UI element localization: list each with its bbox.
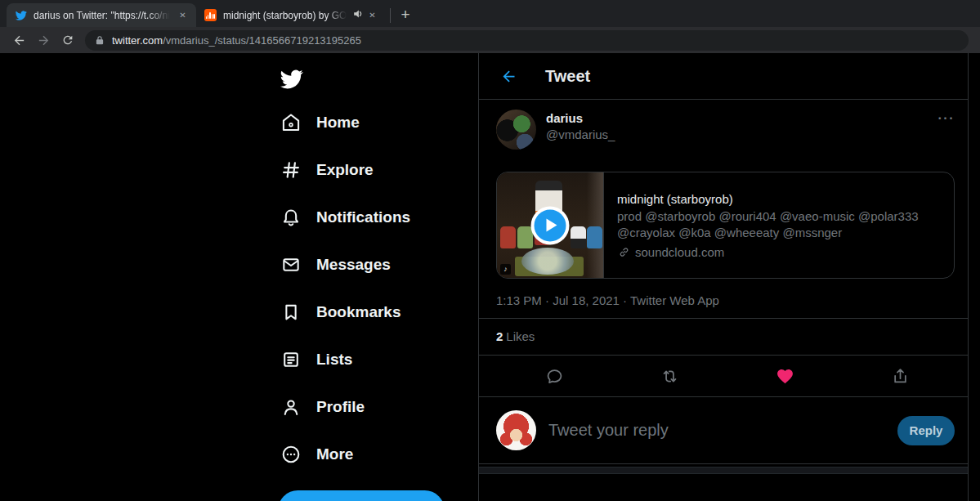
sidebar-item-lists[interactable]: Lists bbox=[278, 336, 454, 383]
card-body: midnight (starboyrob) prod @starboyrob @… bbox=[604, 172, 954, 278]
more-circle-icon bbox=[280, 444, 302, 465]
tweet-button[interactable] bbox=[278, 490, 445, 501]
tab-close-icon[interactable]: ✕ bbox=[176, 8, 190, 22]
browser-toolbar: twitter.com/vmdarius_/status/14165667192… bbox=[0, 27, 980, 53]
back-arrow-icon[interactable] bbox=[500, 68, 517, 85]
sidebar-item-label: Lists bbox=[316, 351, 352, 369]
tweet-detail-header: Tweet bbox=[479, 53, 968, 100]
reply-composer: Reply bbox=[479, 397, 968, 463]
reply-submit-button[interactable]: Reply bbox=[897, 416, 955, 445]
reload-button[interactable] bbox=[56, 29, 80, 51]
page-title: Tweet bbox=[545, 67, 590, 86]
play-icon bbox=[535, 209, 566, 241]
soundcloud-favicon-icon bbox=[204, 9, 217, 21]
more-options-icon[interactable]: ··· bbox=[938, 110, 955, 126]
back-button[interactable] bbox=[7, 29, 31, 51]
envelope-icon bbox=[280, 254, 302, 275]
browser-chrome: darius on Twitter: "https://t.co/ni ✕ mi… bbox=[0, 0, 980, 53]
soundcloud-card[interactable]: ♪ midnight (starboyrob) prod @starboyrob… bbox=[496, 172, 955, 279]
sidebar-item-label: More bbox=[316, 445, 353, 463]
sidebar-item-label: Notifications bbox=[316, 208, 410, 226]
url-domain: twitter.com bbox=[112, 34, 163, 47]
card-title: midnight (starboyrob) bbox=[617, 192, 941, 206]
tab-close-icon[interactable]: ✕ bbox=[365, 8, 379, 22]
likes-row[interactable]: 2Likes bbox=[479, 319, 968, 355]
tweet-author-row: darius @vmdarius_ ··· bbox=[479, 100, 968, 150]
card-thumbnail: ♪ bbox=[497, 172, 604, 278]
sidebar-item-bookmarks[interactable]: Bookmarks bbox=[278, 289, 454, 336]
retweet-button-icon[interactable] bbox=[612, 367, 727, 386]
likes-count: 2 bbox=[496, 329, 503, 343]
new-tab-button[interactable]: + bbox=[395, 4, 416, 25]
bookmark-icon bbox=[280, 302, 302, 323]
hashtag-icon bbox=[280, 159, 302, 181]
twitter-page: Home Explore Notifications Messages Book… bbox=[0, 53, 980, 501]
browser-tab-soundcloud[interactable]: midnight (starboyrob) by GO ✕ bbox=[196, 3, 386, 27]
author-name[interactable]: darius bbox=[546, 111, 938, 125]
lock-icon[interactable] bbox=[95, 35, 105, 45]
thumbnail-art bbox=[587, 172, 603, 278]
thumbnail-art bbox=[517, 226, 533, 248]
sidebar-item-notifications[interactable]: Notifications bbox=[278, 194, 454, 241]
like-button-icon[interactable] bbox=[727, 367, 843, 386]
tweet-actions-row bbox=[479, 356, 968, 396]
link-icon bbox=[617, 245, 631, 259]
sidebar-item-label: Messages bbox=[316, 256, 391, 274]
divider bbox=[479, 463, 968, 464]
person-icon bbox=[280, 396, 302, 418]
share-button-icon[interactable] bbox=[843, 367, 958, 386]
likes-label: Likes bbox=[506, 329, 535, 343]
forward-button[interactable] bbox=[31, 29, 56, 51]
play-button[interactable] bbox=[531, 206, 570, 244]
tweet-timestamp[interactable]: 1:13 PM · Jul 18, 2021 · Twitter Web App bbox=[496, 293, 955, 307]
tab-bar: darius on Twitter: "https://t.co/ni ✕ mi… bbox=[0, 0, 980, 27]
sidebar-item-label: Bookmarks bbox=[316, 303, 401, 321]
url-path: /vmdarius_/status/1416566719213195265 bbox=[163, 34, 361, 47]
home-icon bbox=[280, 112, 302, 133]
sidebar-item-explore[interactable]: Explore bbox=[278, 146, 454, 194]
url-text: twitter.com/vmdarius_/status/14165667192… bbox=[112, 34, 361, 47]
sidebar-item-label: Home bbox=[316, 114, 360, 132]
tab-title: darius on Twitter: "https://t.co/ni bbox=[34, 10, 172, 21]
thumbnail-art bbox=[571, 226, 586, 248]
current-user-avatar[interactable] bbox=[496, 410, 536, 450]
thumbnail-art bbox=[521, 248, 574, 275]
thumbnail-badge-icon: ♪ bbox=[500, 264, 511, 275]
author-names: darius @vmdarius_ bbox=[546, 110, 938, 141]
sidebar-item-label: Profile bbox=[316, 398, 365, 416]
card-description: prod @starboyrob @rouri404 @vaeo-music @… bbox=[617, 208, 941, 241]
card-link-domain: soundcloud.com bbox=[635, 245, 724, 259]
card-link[interactable]: soundcloud.com bbox=[617, 245, 941, 259]
author-handle: @vmdarius_ bbox=[546, 127, 938, 141]
sidebar-item-home[interactable]: Home bbox=[278, 99, 454, 146]
tab-audio-icon[interactable] bbox=[352, 8, 364, 23]
thumbnail-art bbox=[587, 226, 602, 248]
author-avatar[interactable] bbox=[496, 110, 536, 150]
reply-input[interactable] bbox=[548, 421, 885, 440]
reply-button-icon[interactable] bbox=[497, 367, 612, 386]
url-bar[interactable]: twitter.com/vmdarius_/status/14165667192… bbox=[85, 30, 969, 51]
twitter-logo-icon[interactable] bbox=[280, 68, 303, 91]
tab-title: midnight (starboyrob) by GO bbox=[223, 10, 349, 21]
sidebar-item-label: Explore bbox=[316, 161, 374, 179]
sidebar-item-more[interactable]: More bbox=[278, 431, 454, 478]
twitter-favicon-icon bbox=[15, 9, 27, 21]
thumbnail-art bbox=[500, 226, 516, 248]
list-icon bbox=[280, 349, 302, 370]
browser-tab-twitter[interactable]: darius on Twitter: "https://t.co/ni ✕ bbox=[7, 3, 196, 27]
tweet-detail-column: Tweet darius @vmdarius_ ··· ♪ bbox=[478, 53, 969, 501]
section-gap bbox=[479, 467, 968, 474]
sidebar-nav: Home Explore Notifications Messages Book… bbox=[278, 53, 454, 478]
sidebar-item-profile[interactable]: Profile bbox=[278, 383, 454, 431]
sidebar-item-messages[interactable]: Messages bbox=[278, 241, 454, 289]
bell-icon bbox=[280, 207, 302, 228]
tab-separator bbox=[390, 8, 391, 23]
